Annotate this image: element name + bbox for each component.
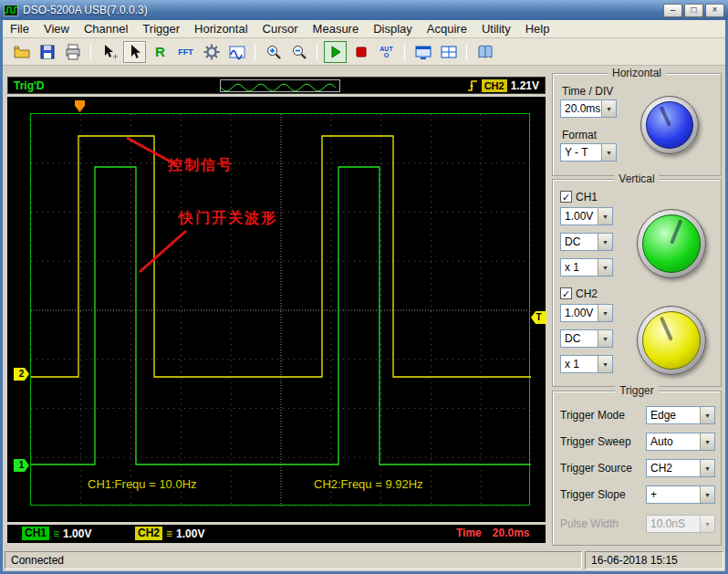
open-button[interactable] bbox=[10, 41, 33, 63]
trigger-level-value: 1.21V bbox=[511, 79, 539, 92]
ch1-vertical-knob[interactable] bbox=[637, 209, 706, 278]
toolbar: R FFT bbox=[3, 38, 725, 66]
trigger-mode-select[interactable]: Edge ▼ bbox=[646, 406, 715, 424]
ch2-probe-select[interactable]: x 1 ▼ bbox=[560, 355, 613, 373]
title-bar[interactable]: DSO-5200A USB(7.0.0.3) – □ × bbox=[0, 0, 728, 20]
format-label: Format bbox=[562, 129, 597, 141]
ch2-vertical-knob[interactable] bbox=[637, 306, 706, 375]
help-button[interactable] bbox=[473, 41, 496, 63]
annotation-control-signal: 控制信号 bbox=[168, 156, 234, 175]
waveform-icon bbox=[228, 43, 246, 61]
ch1-volt-select[interactable]: 1.00V ▼ bbox=[560, 207, 613, 225]
menu-measure[interactable]: Measure bbox=[306, 20, 367, 37]
check-icon: ✓ bbox=[562, 192, 570, 203]
chevron-down-icon: ▼ bbox=[700, 516, 714, 532]
preview-trace bbox=[221, 84, 336, 91]
chevron-down-icon[interactable]: ▼ bbox=[700, 407, 714, 423]
fft-button[interactable]: FFT bbox=[174, 41, 197, 63]
menu-acquire[interactable]: Acquire bbox=[420, 20, 474, 37]
chevron-down-icon[interactable]: ▼ bbox=[598, 356, 612, 372]
status-bar: Connected 16-06-2018 15:15 bbox=[3, 549, 725, 571]
ch2-volt-select[interactable]: 1.00V ▼ bbox=[560, 304, 613, 322]
menu-utility[interactable]: Utility bbox=[474, 20, 518, 37]
waveform-button[interactable] bbox=[225, 41, 248, 63]
chevron-down-icon[interactable]: ▼ bbox=[598, 330, 612, 347]
horizontal-knob[interactable] bbox=[640, 96, 699, 154]
ch1-coupling-select[interactable]: DC ▼ bbox=[560, 233, 613, 251]
display-split-icon bbox=[440, 43, 458, 61]
chevron-down-icon[interactable]: ▼ bbox=[601, 100, 616, 117]
trigger-mode-label: Trigger Mode bbox=[560, 409, 625, 422]
chevron-down-icon[interactable]: ▼ bbox=[700, 460, 714, 476]
ch1-knob-face bbox=[642, 214, 701, 273]
ch2-checkbox[interactable]: ✓ bbox=[560, 287, 572, 299]
scope-grid: 控制信号 快门开关波形 CH1:Frequ = 10.0Hz CH2:Frequ… bbox=[30, 113, 530, 506]
pulse-width-value: 10.0nS bbox=[647, 517, 700, 530]
auto-setup-button[interactable]: AUTO bbox=[375, 41, 398, 63]
ch2-volt-value: 1.00V bbox=[561, 307, 598, 319]
auto-setup-icon: AUTO bbox=[380, 46, 394, 58]
run-play-icon bbox=[327, 43, 345, 61]
cursor-config-button[interactable] bbox=[98, 41, 120, 63]
chevron-down-icon[interactable]: ▼ bbox=[700, 486, 714, 503]
chevron-down-icon[interactable]: ▼ bbox=[700, 433, 714, 450]
trigger-position-marker[interactable] bbox=[75, 100, 85, 112]
close-button[interactable]: × bbox=[705, 4, 724, 17]
menu-trigger[interactable]: Trigger bbox=[135, 20, 187, 37]
menu-file[interactable]: File bbox=[3, 20, 36, 37]
menu-channel[interactable]: Channel bbox=[77, 20, 135, 37]
chevron-down-icon[interactable]: ▼ bbox=[598, 305, 612, 321]
zoom-in-button[interactable] bbox=[262, 41, 285, 63]
time-div-label: Time / DIV bbox=[562, 85, 613, 98]
menu-horizontal[interactable]: Horizontal bbox=[187, 20, 255, 37]
app-window: DSO-5200A USB(7.0.0.3) – □ × File View C… bbox=[0, 0, 728, 574]
ch2-coupling-select[interactable]: DC ▼ bbox=[560, 329, 613, 348]
cursor-button[interactable] bbox=[123, 41, 146, 63]
save-button[interactable] bbox=[36, 41, 58, 63]
chevron-down-icon[interactable]: ▼ bbox=[598, 208, 612, 224]
grid-lines bbox=[31, 114, 531, 506]
toolbar-separator bbox=[404, 43, 405, 61]
print-button[interactable] bbox=[61, 41, 84, 63]
trigger-slope-value: + bbox=[647, 488, 700, 501]
ch2-volts-per-div: 1.00V bbox=[176, 527, 204, 540]
vertical-group-title: Vertical bbox=[614, 172, 659, 185]
settings-button[interactable] bbox=[200, 41, 223, 63]
menu-view[interactable]: View bbox=[36, 20, 77, 37]
time-per-div-value: 20.0ms bbox=[493, 527, 530, 539]
chevron-down-icon[interactable]: ▼ bbox=[598, 259, 612, 276]
run-button[interactable] bbox=[324, 41, 347, 63]
ch1-checkbox[interactable]: ✓ bbox=[560, 191, 572, 203]
ch1-probe-select[interactable]: x 1 ▼ bbox=[560, 258, 613, 277]
stop-button[interactable] bbox=[349, 41, 372, 63]
minimize-button[interactable]: – bbox=[663, 4, 682, 17]
menu-cursor[interactable]: Cursor bbox=[255, 20, 306, 37]
trigger-source-select[interactable]: CH2 ▼ bbox=[646, 459, 715, 477]
knob-pointer-icon bbox=[670, 219, 682, 244]
trigger-slope-select[interactable]: + ▼ bbox=[646, 485, 715, 504]
toolbar-separator bbox=[90, 43, 91, 61]
menu-display[interactable]: Display bbox=[366, 20, 420, 37]
trigger-level-marker[interactable]: T bbox=[531, 311, 546, 324]
maximize-button[interactable]: □ bbox=[684, 4, 703, 17]
refresh-r-button[interactable]: R bbox=[149, 41, 172, 63]
time-div-select[interactable]: 20.0ms ▼ bbox=[560, 99, 617, 118]
ch2-probe-value: x 1 bbox=[561, 358, 598, 370]
zoom-out-button[interactable] bbox=[287, 41, 310, 63]
chevron-down-icon[interactable]: ▼ bbox=[601, 144, 616, 161]
annotation-shutter-waveform: 快门开关波形 bbox=[179, 209, 277, 228]
menu-help[interactable]: Help bbox=[518, 20, 557, 37]
ch1-ground-marker[interactable]: 1 bbox=[14, 459, 29, 472]
display-split-button[interactable] bbox=[437, 41, 460, 63]
stop-icon bbox=[352, 43, 370, 61]
ch1-volts-per-div: 1.00V bbox=[63, 527, 91, 540]
chevron-down-icon[interactable]: ▼ bbox=[598, 234, 612, 250]
display-window-button[interactable] bbox=[411, 41, 434, 63]
horizontal-knob-face bbox=[646, 101, 693, 149]
channel-bar: CH1 ≡ 1.00V CH2 ≡ 1.00V Time 20.0ms bbox=[7, 525, 546, 543]
fft-icon: FFT bbox=[178, 47, 193, 57]
ch2-ground-marker[interactable]: 2 bbox=[14, 368, 29, 381]
format-select[interactable]: Y - T ▼ bbox=[560, 143, 617, 162]
ch2-checkbox-label: CH2 bbox=[576, 287, 598, 300]
trigger-sweep-select[interactable]: Auto ▼ bbox=[646, 433, 715, 451]
